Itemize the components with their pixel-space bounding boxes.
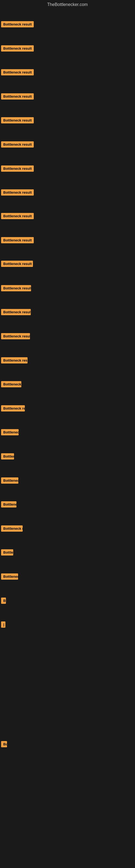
bottleneck-item: Bottleneck resul [1, 356, 28, 366]
bottleneck-label: Bottleneck result [1, 189, 34, 195]
bottleneck-item: Bottleneck r [1, 524, 23, 534]
bottleneck-label: Bottleneck result [1, 141, 34, 148]
bottleneck-label: Bo [1, 741, 7, 747]
bottleneck-label: Bottleneck result [1, 45, 34, 52]
bottleneck-item: Bottleneck result [1, 259, 33, 269]
bottleneck-item: Bottle [1, 548, 13, 558]
bottleneck-item: Bottleneck result [1, 20, 34, 30]
site-title: TheBottlenecker.com [0, 0, 135, 10]
bottleneck-item: Bottleneck res [1, 404, 25, 414]
bottleneck-label: Bottleneck result [1, 261, 33, 267]
bottleneck-label: Bottleneck resul [1, 357, 28, 364]
bottleneck-label: Bottleneck r [1, 525, 23, 532]
bottleneck-label: Bottlenec [1, 574, 18, 580]
items-container: Bottleneck resultBottleneck resultBottle… [0, 10, 135, 868]
bottleneck-item: Bottleneck result [1, 116, 34, 126]
bottleneck-item: B [1, 596, 6, 606]
bottleneck-label: Bottle [1, 549, 13, 556]
bottleneck-label: Bottler [1, 453, 14, 460]
bottleneck-item: Bottleneck result [1, 68, 34, 78]
bottleneck-item: Bottleneck result [1, 332, 30, 341]
bottleneck-label: B [1, 597, 6, 604]
bottleneck-label: Bottleneck result [1, 285, 31, 291]
bottleneck-label: Bottleneck result [1, 213, 34, 219]
bottleneck-item: Bottlenec [1, 476, 18, 486]
bottleneck-item: Bo [1, 740, 7, 749]
bottleneck-item: Bottleneck result [1, 212, 34, 221]
bottleneck-item: Bottleneck result [1, 188, 34, 198]
bottleneck-label: Bottleneck result [1, 309, 31, 315]
bottleneck-item: Bottlene [1, 500, 16, 510]
bottleneck-item: Bottlenec [1, 428, 18, 437]
bottleneck-label: Bottleneck result [1, 69, 34, 75]
bottleneck-label: Bottleneck result [1, 165, 34, 172]
bottleneck-label: | [1, 621, 5, 628]
bottleneck-label: Bottlenec [1, 477, 18, 484]
bottleneck-label: Bottleneck result [1, 117, 34, 123]
bottleneck-item: Bottleneck result [1, 236, 34, 246]
bottleneck-item: Bottleneck result [1, 284, 31, 293]
bottleneck-label: Bottleneck [1, 381, 21, 388]
bottleneck-item: Bottleneck result [1, 164, 34, 174]
bottleneck-label: Bottleneck result [1, 93, 34, 99]
bottleneck-label: Bottlenec [1, 429, 18, 435]
bottleneck-item: Bottlenec [1, 572, 18, 582]
bottleneck-label: Bottleneck result [1, 237, 34, 243]
bottleneck-item: Bottleneck [1, 380, 21, 390]
bottleneck-label: Bottleneck result [1, 333, 30, 339]
bottleneck-item: | [1, 620, 5, 630]
bottleneck-item: Bottler [1, 452, 14, 462]
bottleneck-label: Bottleneck result [1, 21, 34, 27]
bottleneck-label: Bottleneck res [1, 405, 25, 411]
bottleneck-item: Bottleneck result [1, 308, 31, 317]
bottleneck-item: Bottleneck result [1, 140, 34, 150]
bottleneck-item: Bottleneck result [1, 92, 34, 102]
bottleneck-item: Bottleneck result [1, 44, 34, 54]
bottleneck-label: Bottlene [1, 501, 16, 507]
